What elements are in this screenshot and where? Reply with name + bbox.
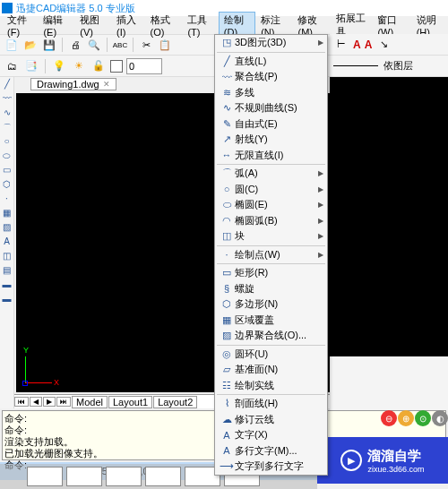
close-icon[interactable]: ✕ (103, 80, 110, 89)
bulb-icon[interactable]: 💡 (51, 58, 67, 74)
spell-icon[interactable]: ABC (112, 37, 128, 53)
menu-item[interactable]: §螺旋 (215, 281, 327, 297)
menu-item[interactable]: 工具(T) (182, 12, 218, 39)
open-icon[interactable]: 📂 (22, 37, 39, 53)
submenu-arrow-icon: ▶ (318, 39, 323, 47)
cut-icon[interactable]: ✂ (138, 37, 154, 53)
first-icon[interactable]: ⏮ (14, 397, 29, 407)
menu-item[interactable]: ≋多线 (215, 85, 327, 101)
menu-item[interactable]: ▨边界聚合线(O)... (215, 328, 327, 344)
menu-item[interactable]: 〰聚合线(P) (215, 69, 327, 85)
annotation-a2-icon[interactable]: A (365, 39, 373, 51)
menu-item[interactable]: ◠椭圆弧(B)▶ (215, 213, 327, 229)
menu-item[interactable]: ◫块▶ (215, 228, 327, 244)
menu-item[interactable]: ▭矩形(R) (215, 265, 327, 281)
menu-item[interactable]: A多行文字(M)... (215, 443, 327, 459)
menu-item[interactable]: ╱直线(L) (215, 54, 327, 70)
nav-green-icon[interactable]: ⊙ (415, 410, 431, 426)
leader-icon[interactable]: ↘ (375, 37, 392, 53)
last-icon[interactable]: ⏭ (56, 397, 71, 407)
menu-item-icon: ◫ (219, 230, 235, 242)
menu-item[interactable]: ↗射线(Y) (215, 132, 327, 148)
color-swatch[interactable] (110, 60, 123, 73)
menu-item[interactable]: 编辑(E) (38, 12, 74, 39)
menu-item[interactable]: ⟶文字到多行文字 (215, 459, 327, 475)
menu-item[interactable]: ⌇剖面线(H) (215, 396, 327, 412)
prev-icon[interactable]: ◀ (30, 397, 42, 407)
menu-item[interactable]: 插入(I) (111, 12, 145, 39)
menu-item[interactable]: ☷绘制实线 (215, 378, 327, 394)
menu-item[interactable]: ·绘制点(W)▶ (215, 247, 327, 263)
taskbar-item[interactable] (27, 467, 63, 486)
sun-icon[interactable]: ☀ (71, 58, 87, 74)
rect-icon[interactable]: ▭ (2, 165, 13, 176)
menu-item[interactable]: ○圆(C)▶ (215, 182, 327, 198)
tab-layout1[interactable]: Layout1 (108, 396, 152, 408)
taskbar-item[interactable] (106, 467, 142, 486)
draw-menu-dropdown[interactable]: ◳3D图元(3D)▶╱直线(L)〰聚合线(P)≋多线∿不规则曲线(S)✎自由式(… (214, 34, 328, 476)
circle-icon[interactable]: ○ (2, 136, 13, 147)
menu-item-icon: 〰 (219, 72, 235, 82)
menu-item[interactable]: ☁修订云线 (215, 412, 327, 428)
ellipse-icon[interactable]: ⬭ (2, 150, 13, 161)
hatch-icon[interactable]: ▦ (2, 208, 13, 219)
menu-item-label: 绘制点(W) (235, 248, 318, 262)
menu-item[interactable]: 视图(V) (74, 12, 111, 39)
menu-item-label: 椭圆弧(B) (235, 214, 318, 227)
menu-item-label: 多行文字(M)... (235, 444, 323, 458)
dim-icon[interactable]: ⊢ (333, 37, 349, 53)
tab-layout2[interactable]: Layout2 (153, 396, 197, 408)
menu-item[interactable]: ⌒弧(A)▶ (215, 166, 327, 182)
nav-orange-icon[interactable]: ⊕ (398, 410, 414, 426)
polyline-icon[interactable]: 〰 (2, 93, 13, 104)
text-icon[interactable]: A (2, 236, 13, 247)
menu-item-icon: ≋ (219, 87, 235, 99)
menu-item[interactable]: 格式(O) (145, 12, 183, 39)
copy-icon[interactable]: 📋 (157, 37, 173, 53)
menu-bar[interactable]: 文件(F)编辑(E)视图(V)插入(I)格式(O)工具(T)绘制(D)标注(N)… (0, 16, 448, 34)
linetype-combo[interactable]: 依图层 (330, 56, 448, 77)
solid-icon[interactable]: ▬ (2, 279, 13, 290)
right-panel: ⊢ A A ↘ 依图层 (330, 34, 448, 410)
menu-item[interactable]: ⬭椭圆(E)▶ (215, 197, 327, 213)
block-icon[interactable]: ◫ (2, 251, 13, 262)
menu-item-label: 块 (235, 229, 318, 243)
lock-icon[interactable]: 🔓 (90, 58, 107, 74)
taskbar-item[interactable] (66, 467, 102, 486)
menu-item[interactable]: ◳3D图元(3D)▶ (215, 35, 327, 51)
menu-item[interactable]: ▱基准面(N) (215, 362, 327, 378)
menu-item[interactable]: ↔无限直线(I) (215, 148, 327, 164)
point-icon[interactable]: · (2, 193, 13, 204)
line-icon[interactable]: ╱ (2, 79, 13, 90)
new-icon[interactable]: 📄 (4, 37, 20, 53)
menu-item-label: 椭圆(E) (235, 198, 318, 211)
layer-dropdown[interactable]: 0 (126, 58, 162, 74)
layer-states-icon[interactable]: 📑 (23, 58, 39, 74)
region-icon[interactable]: ▨ (2, 222, 13, 233)
menu-item[interactable]: ▦区域覆盖 (215, 313, 327, 329)
preview-icon[interactable]: 🔍 (86, 37, 102, 53)
tab-model[interactable]: Model (72, 396, 108, 408)
menu-item-label: 圆(C) (235, 183, 318, 196)
nav-grey-icon[interactable]: ◐ (432, 410, 448, 426)
arc-icon[interactable]: ⌒ (2, 122, 13, 133)
nav-red-icon[interactable]: ⊖ (381, 410, 397, 426)
menu-item[interactable]: ⬡多边形(N) (215, 296, 327, 313)
next-icon[interactable]: ▶ (43, 397, 56, 407)
menu-item[interactable]: ∿不规则曲线(S) (215, 100, 327, 116)
menu-item[interactable]: A文字(X) (215, 427, 327, 443)
spline-icon[interactable]: ∿ (2, 107, 13, 118)
save-icon[interactable]: 💾 (41, 37, 57, 53)
document-tab[interactable]: Drawing1.dwg ✕ (30, 78, 116, 90)
menu-item-icon: ▭ (219, 267, 235, 279)
table-icon[interactable]: ▤ (2, 265, 13, 276)
solid2-icon[interactable]: ▬ (2, 294, 13, 305)
menu-item[interactable]: ✎自由式(E) (215, 116, 327, 133)
annotation-a-icon[interactable]: A (353, 39, 361, 51)
layer-manager-icon[interactable]: 🗂 (4, 58, 20, 74)
print-icon[interactable]: 🖨 (67, 37, 83, 53)
menu-item[interactable]: 文件(F) (2, 12, 38, 39)
polygon-icon[interactable]: ⬡ (2, 179, 13, 190)
menu-item[interactable]: ◎圆环(U) (215, 347, 327, 363)
taskbar-item[interactable] (145, 467, 181, 486)
